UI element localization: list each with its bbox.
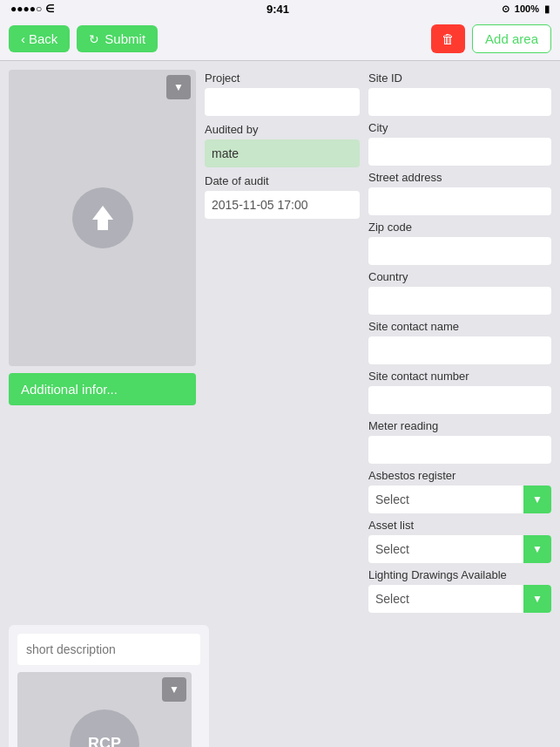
site-id-label: Site ID	[368, 70, 551, 86]
asbestos-register-field-group: Asbestos register Select ▼	[368, 467, 551, 513]
trash-icon: 🗑	[442, 31, 455, 46]
site-id-field-group: Site ID	[368, 70, 551, 116]
rcp-label: RCP	[88, 735, 121, 747]
submit-button[interactable]: ↻ Submit	[77, 25, 158, 52]
site-contact-number-field-group: Site contact number	[368, 368, 551, 414]
city-input[interactable]	[368, 138, 551, 166]
status-bar: ●●●●○ ∈ 9:41 ⊙ 100% ▮	[0, 0, 560, 17]
date-of-audit-field-group: Date of audit	[205, 173, 360, 219]
date-of-audit-input[interactable]	[205, 191, 360, 219]
country-field-group: Country	[368, 268, 551, 315]
signal-icon: ●●●●○	[10, 3, 42, 15]
add-area-label: Add area	[485, 31, 538, 46]
audited-by-input[interactable]	[205, 139, 360, 167]
rcp-dropdown-button[interactable]: ▼	[162, 677, 186, 702]
country-input[interactable]	[368, 287, 551, 315]
street-address-input[interactable]	[368, 187, 551, 215]
submit-label: Submit	[105, 31, 145, 46]
project-field-group: Project	[205, 70, 360, 116]
image-dropdown-button[interactable]: ▼	[166, 75, 191, 99]
lighting-drawings-select-wrapper: Select ▼	[368, 585, 551, 613]
status-right: ⊙ 100% ▮	[502, 3, 550, 15]
asbestos-register-select-wrapper: Select ▼	[368, 486, 551, 513]
site-contact-name-label: Site contact name	[368, 318, 551, 335]
rcp-image-area[interactable]: ▼ RCP	[17, 672, 192, 747]
additional-info-label: Additional infor...	[21, 382, 118, 397]
asset-list-field-group: Asset list Select ▼	[368, 517, 551, 563]
nav-bar: ‹ Back ↻ Submit 🗑 Add area	[0, 17, 560, 61]
city-label: City	[368, 119, 551, 136]
left-column: ▼ Additional infor...	[9, 70, 196, 613]
nav-right: 🗑 Add area	[431, 24, 551, 53]
back-button[interactable]: ‹ Back	[9, 25, 70, 52]
middle-column: Project Audited by Date of audit	[205, 70, 360, 613]
status-time: 9:41	[267, 3, 289, 16]
asset-list-select[interactable]: Select	[368, 535, 551, 563]
city-field-group: City	[368, 119, 551, 166]
bottom-section: ▼ RCP	[9, 625, 209, 747]
battery-label: 100%	[515, 3, 539, 14]
site-contact-number-input[interactable]	[368, 386, 551, 414]
short-description-input[interactable]	[17, 634, 200, 665]
site-contact-name-input[interactable]	[368, 336, 551, 364]
project-input[interactable]	[205, 88, 360, 116]
rcp-circle: RCP	[70, 710, 139, 748]
asbestos-register-label: Asbestos register	[368, 467, 551, 484]
project-label: Project	[205, 70, 360, 86]
right-column: Site ID City Street address Zip code Cou…	[368, 70, 551, 613]
date-of-audit-label: Date of audit	[205, 173, 360, 189]
status-left: ●●●●○ ∈	[10, 3, 54, 15]
upload-icon	[72, 187, 133, 248]
street-address-label: Street address	[368, 169, 551, 186]
wifi-icon: ∈	[45, 3, 54, 15]
country-label: Country	[368, 268, 551, 285]
zip-code-input[interactable]	[368, 237, 551, 265]
main-content: ▼ Additional infor... Project Audited by	[0, 61, 560, 747]
svg-marker-0	[92, 206, 113, 230]
back-label: Back	[29, 31, 57, 46]
meter-reading-label: Meter reading	[368, 418, 551, 434]
audited-by-label: Audited by	[205, 121, 360, 138]
meter-reading-field-group: Meter reading	[368, 418, 551, 464]
location-icon: ⊙	[502, 3, 509, 15]
lighting-drawings-field-group: Lighting Drawings Available Select ▼	[368, 567, 551, 613]
additional-info-bar[interactable]: Additional infor...	[9, 373, 196, 405]
lighting-drawings-label: Lighting Drawings Available	[368, 567, 551, 583]
nav-left: ‹ Back ↻ Submit	[9, 25, 158, 52]
battery-icon: ▮	[544, 3, 550, 15]
submit-refresh-icon: ↻	[89, 32, 99, 46]
meter-reading-input[interactable]	[368, 436, 551, 464]
asset-list-select-wrapper: Select ▼	[368, 535, 551, 563]
asbestos-register-select[interactable]: Select	[368, 486, 551, 513]
image-upload-area[interactable]: ▼	[9, 70, 196, 366]
lighting-drawings-select[interactable]: Select	[368, 585, 551, 613]
zip-code-field-group: Zip code	[368, 219, 551, 265]
site-contact-number-label: Site contact number	[368, 368, 551, 384]
street-address-field-group: Street address	[368, 169, 551, 215]
form-section-top: ▼ Additional infor... Project Audited by	[9, 70, 551, 613]
delete-button[interactable]: 🗑	[431, 24, 465, 53]
upload-arrow-icon	[85, 200, 120, 235]
site-id-input[interactable]	[368, 88, 551, 116]
asset-list-label: Asset list	[368, 517, 551, 533]
audited-by-field-group: Audited by	[205, 121, 360, 167]
add-area-button[interactable]: Add area	[472, 24, 551, 53]
back-chevron-icon: ‹	[21, 31, 25, 46]
zip-code-label: Zip code	[368, 219, 551, 235]
site-contact-name-field-group: Site contact name	[368, 318, 551, 364]
